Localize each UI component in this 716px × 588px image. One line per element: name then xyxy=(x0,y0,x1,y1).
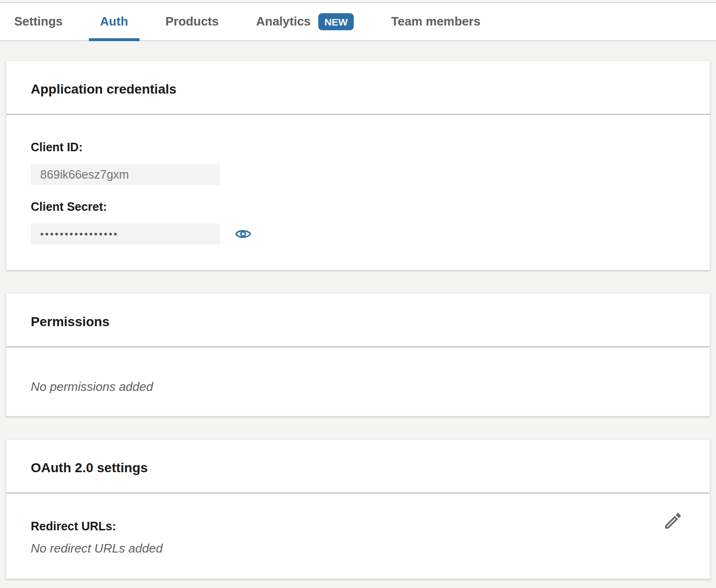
no-permissions-text: No permissions added xyxy=(31,380,685,394)
tab-auth-label: Auth xyxy=(100,14,128,29)
permissions-card: Permissions No permissions added xyxy=(6,293,710,416)
tab-settings-label: Settings xyxy=(14,14,63,29)
application-credentials-card: Application credentials Client ID: 869ik… xyxy=(6,61,710,270)
client-secret-label: Client Secret: xyxy=(31,200,685,214)
tab-products-label: Products xyxy=(166,14,219,29)
redirect-urls-label: Redirect URLs: xyxy=(31,519,685,533)
tab-team-members-label: Team members xyxy=(391,14,480,29)
application-credentials-body: Client ID: 869ik66esz7gxm Client Secret:… xyxy=(6,115,710,270)
oauth-settings-header: OAuth 2.0 settings xyxy=(6,440,710,493)
no-redirect-urls-text: No redirect URLs added xyxy=(31,541,685,556)
auth-tab-content: Application credentials Client ID: 869ik… xyxy=(0,41,716,579)
application-credentials-header: Application credentials xyxy=(6,61,710,115)
tab-team-members[interactable]: Team members xyxy=(380,3,492,40)
pencil-icon xyxy=(663,510,683,531)
client-id-value[interactable]: 869ik66esz7gxm xyxy=(31,164,220,185)
oauth-settings-card: OAuth 2.0 settings Redirect URLs: No red… xyxy=(6,439,710,579)
eye-icon xyxy=(235,228,251,240)
oauth-settings-title: OAuth 2.0 settings xyxy=(31,460,685,476)
client-secret-value[interactable]: •••••••••••••••• xyxy=(31,224,220,244)
permissions-header: Permissions xyxy=(6,294,710,347)
tab-auth[interactable]: Auth xyxy=(89,3,140,40)
tab-analytics[interactable]: Analytics NEW xyxy=(244,3,365,40)
client-secret-row: •••••••••••••••• xyxy=(31,224,685,244)
tab-analytics-label: Analytics xyxy=(256,14,311,29)
oauth-settings-body: Redirect URLs: No redirect URLs added xyxy=(6,493,710,579)
application-credentials-title: Application credentials xyxy=(31,82,685,97)
tab-settings[interactable]: Settings xyxy=(3,3,74,40)
edit-redirect-urls-button[interactable] xyxy=(663,510,683,531)
tab-products[interactable]: Products xyxy=(154,3,230,40)
new-badge: NEW xyxy=(318,13,354,30)
tab-bar: Settings Auth Products Analytics NEW Tea… xyxy=(0,2,716,41)
reveal-secret-button[interactable] xyxy=(235,228,251,240)
permissions-body: No permissions added xyxy=(6,347,710,416)
client-id-label: Client ID: xyxy=(31,140,685,154)
tab-list: Settings Auth Products Analytics NEW Tea… xyxy=(0,3,716,40)
permissions-title: Permissions xyxy=(31,314,685,329)
